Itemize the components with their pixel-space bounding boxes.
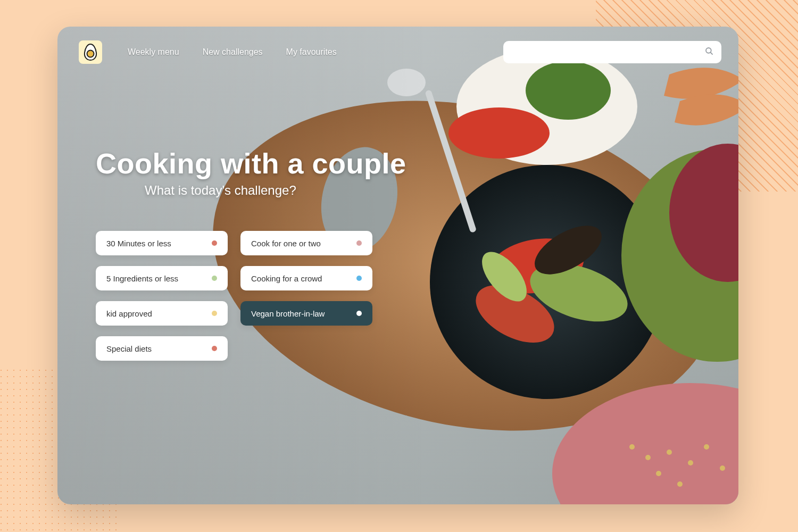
challenge-dot bbox=[212, 240, 217, 246]
challenge-cook-for-crowd[interactable]: Cooking for a crowd bbox=[240, 266, 372, 290]
challenge-kid-approved[interactable]: kid approved bbox=[96, 301, 228, 326]
challenge-dot bbox=[212, 311, 217, 316]
nav-new-challenges[interactable]: New challenges bbox=[203, 47, 263, 57]
challenge-label: kid approved bbox=[106, 309, 152, 318]
hero-title: Cooking with a couple bbox=[96, 147, 406, 180]
challenge-dot bbox=[212, 276, 217, 281]
challenge-label: Vegan brother-in-law bbox=[251, 309, 325, 318]
app-window: Weekly menu New challenges My favourites… bbox=[57, 27, 738, 504]
challenge-label: Cook for one or two bbox=[251, 239, 321, 248]
challenge-dot bbox=[212, 346, 217, 351]
search-bar[interactable] bbox=[503, 41, 721, 63]
challenge-vegan-brother-in-law[interactable]: Vegan brother-in-law bbox=[240, 301, 372, 326]
search-icon[interactable] bbox=[704, 46, 714, 58]
challenge-col-2: Cook for one or two Cooking for a crowd … bbox=[240, 231, 372, 361]
challenge-5-ingredients[interactable]: 5 Ingredients or less bbox=[96, 266, 228, 290]
hero-subtitle: What is today's challenge? bbox=[96, 183, 406, 198]
challenge-grid: 30 Minutes or less 5 Ingredients or less… bbox=[96, 231, 372, 361]
avocado-icon bbox=[83, 43, 98, 61]
challenge-col-1: 30 Minutes or less 5 Ingredients or less… bbox=[96, 231, 228, 361]
challenge-dot bbox=[356, 276, 362, 281]
nav-links: Weekly menu New challenges My favourites bbox=[128, 47, 337, 57]
search-input[interactable] bbox=[511, 48, 704, 57]
nav-weekly-menu[interactable]: Weekly menu bbox=[128, 47, 179, 57]
top-nav: Weekly menu New challenges My favourites bbox=[79, 40, 721, 64]
challenge-cook-for-one[interactable]: Cook for one or two bbox=[240, 231, 372, 255]
hero-text: Cooking with a couple What is today's ch… bbox=[96, 147, 406, 198]
challenge-label: 5 Ingredients or less bbox=[106, 274, 178, 283]
challenge-special-diets[interactable]: Special diets bbox=[96, 336, 228, 361]
challenge-dot bbox=[356, 311, 362, 316]
challenge-30-minutes[interactable]: 30 Minutes or less bbox=[96, 231, 228, 255]
challenge-label: Special diets bbox=[106, 344, 152, 353]
logo[interactable] bbox=[79, 40, 102, 64]
svg-line-27 bbox=[710, 52, 712, 54]
challenge-dot bbox=[356, 240, 362, 246]
svg-point-25 bbox=[87, 51, 94, 57]
challenge-label: Cooking for a crowd bbox=[251, 274, 322, 283]
challenge-label: 30 Minutes or less bbox=[106, 239, 171, 248]
nav-my-favourites[interactable]: My favourites bbox=[286, 47, 337, 57]
